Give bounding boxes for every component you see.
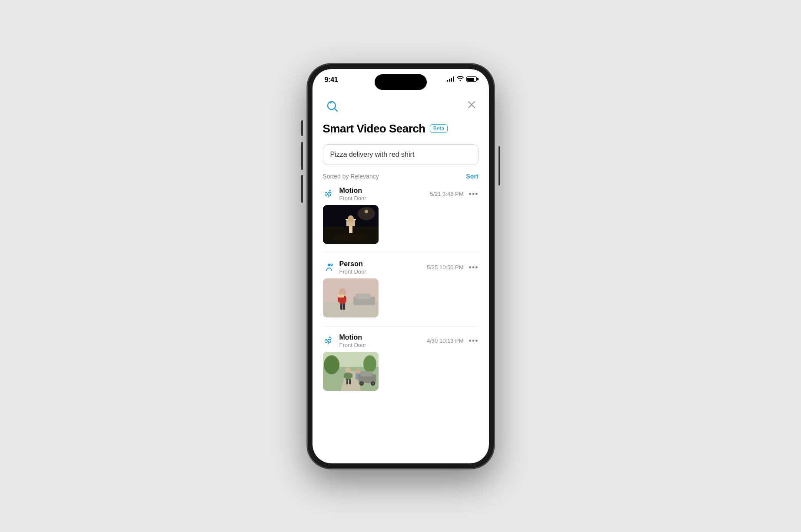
result-right-3: 4/30 10:13 PM ••• (427, 337, 478, 345)
phone-frame: 9:41 (307, 64, 494, 469)
result-left-3: Motion Front Door (323, 334, 366, 348)
motion-icon (323, 188, 335, 200)
sort-button[interactable]: Sort (466, 173, 479, 180)
event-type-2: Person (339, 260, 366, 268)
svg-point-28 (329, 337, 331, 338)
svg-point-44 (360, 382, 363, 385)
phone-screen: 9:41 (312, 69, 489, 463)
motion-icon-2 (323, 335, 335, 347)
main-content: Smart Video Search Beta Sorted by Releva… (312, 93, 489, 463)
svg-rect-26 (338, 294, 345, 295)
result-left-2: Person Front Door (323, 260, 366, 275)
person-icon (323, 261, 335, 274)
close-button[interactable] (465, 98, 479, 112)
svg-point-31 (324, 355, 339, 374)
event-location-3: Front Door (339, 342, 366, 348)
search-input[interactable] (323, 144, 479, 165)
status-icons (447, 76, 477, 83)
result-item: Motion Front Door 5/21 3:48 PM ••• (323, 187, 479, 244)
result-item-2: Person Front Door 5/25 10:50 PM ••• (323, 260, 479, 317)
svg-point-13 (365, 210, 368, 213)
sort-label: Sorted by Relevancy (323, 173, 379, 180)
result-item-3: Motion Front Door 4/30 10:13 PM ••• (323, 334, 479, 391)
svg-rect-25 (343, 304, 345, 310)
event-time-3: 4/30 10:13 PM (427, 337, 464, 344)
svg-point-10 (348, 215, 354, 222)
mute-button[interactable] (301, 120, 303, 136)
svg-point-12 (358, 207, 375, 220)
event-info-1: Motion Front Door (339, 187, 366, 202)
power-button[interactable] (499, 146, 500, 185)
signal-bar-2 (449, 79, 450, 82)
beta-badge: Beta (430, 124, 448, 133)
svg-point-33 (346, 367, 351, 373)
svg-rect-24 (340, 304, 342, 310)
smart-search-icon (323, 96, 342, 115)
svg-rect-35 (344, 373, 347, 378)
svg-rect-19 (356, 294, 371, 299)
event-type-3: Motion (339, 334, 366, 341)
svg-line-1 (334, 108, 337, 111)
divider-1 (323, 253, 479, 253)
divider-2 (323, 326, 479, 327)
svg-point-4 (329, 190, 331, 192)
page-header (323, 93, 479, 122)
result-left: Motion Front Door (323, 187, 366, 202)
more-button-3[interactable]: ••• (469, 337, 479, 345)
svg-rect-38 (349, 379, 351, 384)
event-time-2: 5/25 10:50 PM (427, 264, 464, 271)
sort-row: Sorted by Relevancy Sort (323, 173, 479, 180)
svg-point-14 (328, 264, 330, 266)
title-row: Smart Video Search Beta (323, 122, 479, 135)
result-header-2: Person Front Door 5/25 10:50 PM ••• (323, 260, 479, 275)
thumbnail-3[interactable] (323, 352, 379, 391)
svg-rect-36 (349, 373, 352, 378)
event-location-2: Front Door (339, 268, 366, 275)
more-button-1[interactable]: ••• (469, 190, 479, 198)
signal-bar-1 (447, 80, 448, 82)
result-right-2: 5/25 10:50 PM ••• (427, 264, 478, 271)
signal-icon (447, 76, 454, 82)
volume-up-button[interactable] (301, 142, 303, 170)
signal-bar-3 (451, 78, 452, 82)
result-header: Motion Front Door 5/21 3:48 PM ••• (323, 187, 479, 202)
result-header-3: Motion Front Door 4/30 10:13 PM ••• (323, 334, 479, 348)
event-location-1: Front Door (339, 195, 366, 202)
svg-rect-11 (349, 226, 352, 233)
battery-icon (466, 76, 477, 82)
more-button-2[interactable]: ••• (469, 264, 479, 271)
svg-point-32 (363, 355, 376, 373)
event-time-1: 5/21 3:48 PM (430, 191, 463, 197)
svg-point-46 (372, 382, 374, 385)
event-type-1: Motion (339, 187, 366, 195)
svg-rect-27 (338, 295, 344, 297)
status-time: 9:41 (325, 76, 338, 84)
thumbnail-2[interactable] (323, 278, 379, 317)
battery-fill (467, 78, 474, 81)
event-info-2: Person Front Door (339, 260, 366, 275)
page-title: Smart Video Search (323, 122, 425, 135)
svg-point-39 (356, 369, 360, 374)
volume-down-button[interactable] (301, 175, 303, 203)
thumbnail-1[interactable] (323, 205, 379, 244)
wifi-icon (457, 76, 464, 83)
dynamic-island (375, 74, 427, 90)
svg-rect-42 (360, 371, 372, 377)
svg-point-7 (333, 234, 368, 241)
svg-rect-37 (346, 379, 348, 384)
result-right-1: 5/21 3:48 PM ••• (430, 190, 478, 198)
signal-bar-4 (453, 76, 454, 82)
event-info-3: Motion Front Door (339, 334, 366, 348)
